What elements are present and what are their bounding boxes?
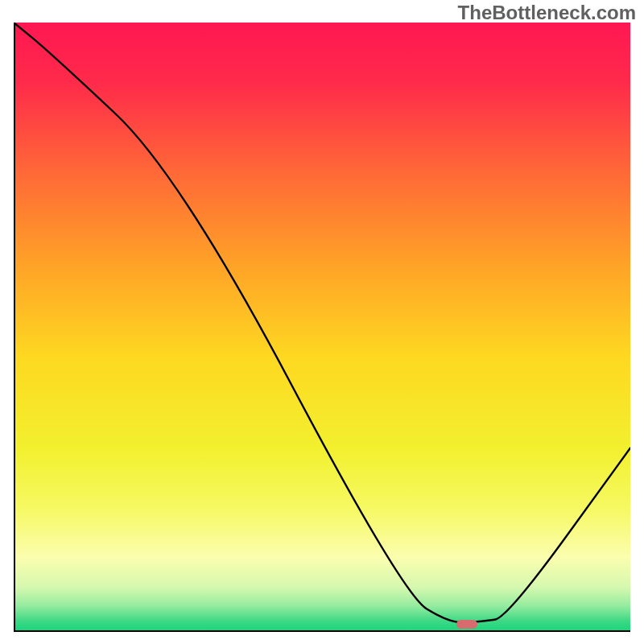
plot-area [14, 23, 630, 630]
optimum-marker [456, 620, 478, 629]
chart-container: TheBottleneck.com [0, 0, 644, 644]
watermark-text: TheBottleneck.com [458, 2, 636, 24]
x-axis [14, 630, 630, 632]
y-axis [14, 23, 15, 630]
bottleneck-curve [14, 23, 630, 630]
